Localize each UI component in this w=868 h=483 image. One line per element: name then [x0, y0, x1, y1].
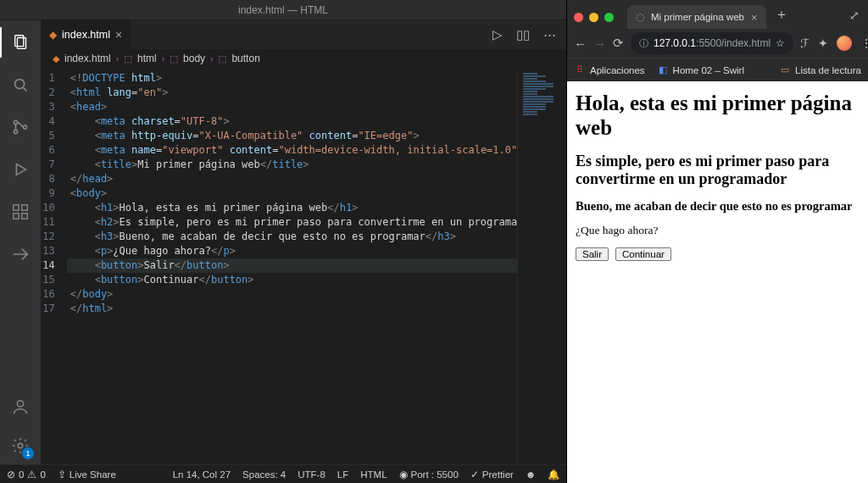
search-icon[interactable] [0, 69, 41, 100]
browser-tab[interactable]: ◌ Mi primer página web × [627, 5, 766, 29]
svg-rect-0 [15, 36, 24, 47]
tab-index-html[interactable]: ◆ index.html × [41, 20, 131, 49]
symbol-icon: ⬚ [170, 53, 178, 64]
fullscreen-window-icon[interactable] [604, 13, 614, 22]
svg-rect-11 [22, 205, 27, 210]
check-icon: ✓ [470, 469, 479, 480]
incognito-icon[interactable]: ℱ [800, 36, 810, 50]
bookmark-apps[interactable]: ⠿ Aplicaciones [574, 64, 645, 76]
bookmark-reading-list[interactable]: ▭ Lista de lectura [779, 64, 861, 76]
back-icon[interactable]: ← [574, 36, 587, 51]
tab-title: Mi primer página web [651, 12, 744, 22]
settings-badge: 1 [22, 447, 34, 459]
svg-point-13 [18, 443, 23, 448]
editor-area: ◆ index.html × ▷ ▯▯ ⋯ ◆ index.html › ⬚ h… [41, 20, 566, 464]
status-language[interactable]: HTML [360, 469, 387, 480]
continuar-button[interactable]: Continuar [615, 247, 671, 261]
page-h1: Hola, esta es mi primer página web [576, 92, 860, 141]
vscode-titlebar: index.html — HTML [0, 0, 566, 20]
svg-rect-10 [22, 214, 27, 219]
minimize-window-icon[interactable] [589, 13, 598, 22]
svg-rect-9 [14, 214, 19, 219]
salir-button[interactable]: Salir [576, 247, 609, 261]
chevron-right-icon: › [210, 54, 213, 64]
accounts-icon[interactable] [0, 391, 41, 422]
reload-icon[interactable]: ⟳ [613, 36, 624, 51]
chevron-right-icon: › [116, 54, 119, 64]
html-file-icon: ◆ [53, 53, 59, 64]
run-icon[interactable]: ▷ [492, 27, 503, 42]
svg-marker-7 [16, 164, 25, 175]
new-tab-button[interactable]: ＋ [771, 6, 795, 29]
extensions-icon[interactable] [0, 197, 41, 227]
close-icon[interactable]: × [115, 28, 122, 42]
forward-icon[interactable]: → [593, 36, 606, 51]
error-icon: ⊘ [7, 469, 15, 480]
source-control-icon[interactable] [0, 112, 41, 142]
line-gutter: 1234567891011121314151617 [41, 68, 67, 464]
status-prettier[interactable]: ✓ Prettier [470, 469, 514, 480]
expand-icon[interactable]: ⤢ [849, 8, 860, 22]
bookmark-home[interactable]: ◧ Home 02 – Swirl [657, 64, 744, 76]
status-feedback-icon[interactable]: ☻ [526, 469, 536, 480]
svg-line-3 [23, 87, 26, 91]
broadcast-icon: ◉ [399, 469, 408, 480]
status-bar: ⊘0 ⚠0 ⇪ Live Share Ln 14, Col 27 Spaces:… [0, 464, 566, 483]
site-info-icon[interactable]: ⓘ [639, 37, 648, 50]
breadcrumb[interactable]: ◆ index.html › ⬚ html › ⬚ body › ⬚ butto… [41, 49, 566, 68]
status-spaces[interactable]: Spaces: 4 [242, 469, 286, 480]
url-host: 127.0.0.1 [654, 37, 696, 49]
page-h2: Es simple, pero es mi primer paso para c… [576, 153, 860, 189]
symbol-icon: ⬚ [218, 53, 226, 64]
vscode-body: 1 ◆ index.html × ▷ ▯▯ ⋯ ◆ index.html [0, 20, 566, 464]
code-editor[interactable]: 1234567891011121314151617 <!DOCTYPE html… [41, 68, 566, 464]
breadcrumb-body[interactable]: body [183, 53, 205, 64]
reading-list-icon: ▭ [779, 64, 791, 76]
chrome-tab-strip: ◌ Mi primer página web × ＋ ⤢ [567, 0, 868, 29]
status-bell-icon[interactable]: 🔔 [548, 469, 559, 480]
status-encoding[interactable]: UTF-8 [298, 469, 326, 480]
extensions-puzzle-icon[interactable]: ✦ [818, 36, 828, 50]
minimap[interactable] [517, 68, 566, 464]
close-tab-icon[interactable]: × [751, 11, 758, 24]
page-h3: Bueno, me acaban de decir que esto no es… [576, 199, 860, 214]
close-window-icon[interactable] [574, 13, 583, 22]
warning-icon: ⚠ [27, 469, 36, 480]
editor-actions: ▷ ▯▯ ⋯ [492, 20, 566, 49]
window-title: index.html — HTML [238, 4, 328, 16]
bookmark-bar: ⠿ Aplicaciones ◧ Home 02 – Swirl ▭ Lista… [567, 58, 868, 81]
window-controls [574, 13, 614, 22]
status-problems[interactable]: ⊘0 ⚠0 [7, 469, 46, 480]
breadcrumb-file[interactable]: index.html [64, 53, 111, 64]
run-debug-icon[interactable] [0, 154, 41, 185]
status-port[interactable]: ◉ Port : 5500 [399, 469, 459, 480]
more-icon[interactable]: ⋯ [543, 27, 556, 42]
breadcrumb-html[interactable]: html [137, 53, 157, 64]
globe-icon: ◌ [636, 11, 644, 23]
chrome-toolbar: ← → ⟳ ⓘ 127.0.0.1:5500/index.html ☆ ℱ ✦ … [567, 29, 868, 58]
address-bar[interactable]: ⓘ 127.0.0.1:5500/index.html ☆ [631, 32, 793, 54]
code-lines[interactable]: <!DOCTYPE html><html lang="en"><head> <m… [67, 68, 566, 464]
url-port: :5500 [696, 37, 721, 49]
apps-grid-icon: ⠿ [574, 64, 586, 76]
settings-gear-icon[interactable]: 1 [0, 430, 41, 461]
live-share-icon: ⇪ [58, 469, 66, 480]
svg-rect-1 [17, 38, 25, 49]
rendered-page: Hola, esta es mi primer página web Es si… [567, 81, 868, 483]
svg-point-2 [15, 80, 25, 89]
live-share-icon[interactable] [0, 239, 41, 269]
page-paragraph: ¿Que hago ahora? [576, 224, 860, 237]
svg-point-6 [23, 125, 26, 129]
split-editor-icon[interactable]: ▯▯ [516, 27, 530, 42]
status-cursor[interactable]: Ln 14, Col 27 [173, 469, 231, 480]
chevron-right-icon: › [162, 54, 164, 64]
explorer-icon[interactable] [0, 27, 41, 58]
star-icon[interactable]: ☆ [776, 37, 785, 49]
menu-icon[interactable]: ⋮ [860, 36, 868, 50]
status-eol[interactable]: LF [337, 469, 348, 480]
svg-rect-8 [14, 205, 19, 210]
status-live-share[interactable]: ⇪ Live Share [58, 469, 116, 480]
avatar[interactable] [837, 36, 852, 51]
breadcrumb-button[interactable]: button [231, 53, 259, 64]
svg-point-5 [14, 130, 17, 133]
